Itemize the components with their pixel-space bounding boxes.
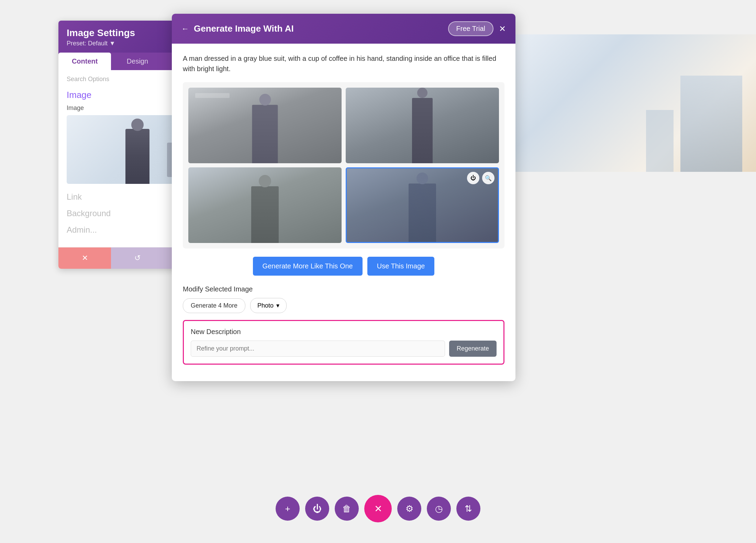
image-action-icons: ⏻ 🔍 xyxy=(467,172,494,184)
modal-title: Generate Image With AI xyxy=(194,23,294,34)
generate-4-button[interactable]: Generate 4 More xyxy=(183,298,245,313)
modal-header-right: Free Trial ✕ xyxy=(448,21,506,36)
person-figure-2 xyxy=(412,98,433,163)
reset-icon: ↺ xyxy=(134,254,141,263)
reset-button[interactable]: ↺ xyxy=(111,247,164,269)
delete-button[interactable]: 🗑 xyxy=(335,497,359,521)
generated-image-1[interactable] xyxy=(188,88,342,163)
head-figure-3 xyxy=(259,175,271,187)
generated-image-2[interactable] xyxy=(346,88,499,163)
action-buttons: Generate More Like This One Use This Ima… xyxy=(183,257,504,276)
image-grid: ⏻ 🔍 xyxy=(183,82,504,248)
new-description-input[interactable] xyxy=(191,341,445,357)
new-description-title: New Description xyxy=(191,328,497,336)
modify-controls: Generate 4 More Photo ▾ xyxy=(183,298,504,313)
image-zoom-icon[interactable]: 🔍 xyxy=(482,172,494,184)
modal-header: ← Generate Image With AI Free Trial ✕ xyxy=(172,14,515,44)
new-description-section: New Description Regenerate xyxy=(183,320,504,365)
bg-detail-1 xyxy=(195,93,230,98)
background-image-area xyxy=(515,34,756,172)
gear-button[interactable]: ⚙ xyxy=(397,497,421,521)
cancel-button[interactable]: ✕ xyxy=(58,247,111,269)
preview-person-silhouette xyxy=(125,129,149,184)
panel-preset[interactable]: Preset: Default ▼ xyxy=(67,40,135,47)
modify-section: Modify Selected Image Generate 4 More Ph… xyxy=(183,285,504,313)
bottom-toolbar: + ⏻ 🗑 ✕ ⚙ ◷ ⇅ xyxy=(276,495,480,522)
person-figure-1 xyxy=(252,105,278,163)
panel-title: Image Settings xyxy=(67,27,135,38)
regenerate-button[interactable]: Regenerate xyxy=(449,341,497,357)
tab-design[interactable]: Design xyxy=(111,53,164,70)
modal-header-left: ← Generate Image With AI xyxy=(181,23,294,34)
sort-button[interactable]: ⇅ xyxy=(456,497,480,521)
style-label: Photo xyxy=(257,302,274,309)
tab-content[interactable]: Content xyxy=(58,53,111,70)
ai-modal: ← Generate Image With AI Free Trial ✕ A … xyxy=(172,14,515,381)
add-button[interactable]: + xyxy=(276,497,300,521)
history-button[interactable]: ◷ xyxy=(427,497,451,521)
generated-image-3[interactable] xyxy=(188,167,342,243)
modal-close-button[interactable]: ✕ xyxy=(499,24,506,34)
modal-body: A man dressed in a gray blue suit, with … xyxy=(172,44,515,381)
head-figure-2 xyxy=(417,88,427,98)
prompt-description: A man dressed in a gray blue suit, with … xyxy=(183,53,504,74)
new-description-input-row: Regenerate xyxy=(191,341,497,357)
cancel-icon: ✕ xyxy=(82,254,88,263)
generate-more-button[interactable]: Generate More Like This One xyxy=(253,257,363,276)
person-figure-3 xyxy=(251,186,279,243)
chevron-down-icon: ▾ xyxy=(276,302,279,309)
power-button[interactable]: ⏻ xyxy=(305,497,329,521)
modify-title: Modify Selected Image xyxy=(183,285,504,293)
style-select[interactable]: Photo ▾ xyxy=(250,298,287,313)
close-active-button[interactable]: ✕ xyxy=(364,495,392,522)
free-trial-badge[interactable]: Free Trial xyxy=(448,21,493,36)
generated-image-4[interactable]: ⏻ 🔍 xyxy=(346,167,499,243)
image-power-icon[interactable]: ⏻ xyxy=(467,172,479,184)
back-icon[interactable]: ← xyxy=(181,24,189,33)
use-image-button[interactable]: Use This Image xyxy=(367,257,435,276)
head-figure-1 xyxy=(259,94,271,106)
